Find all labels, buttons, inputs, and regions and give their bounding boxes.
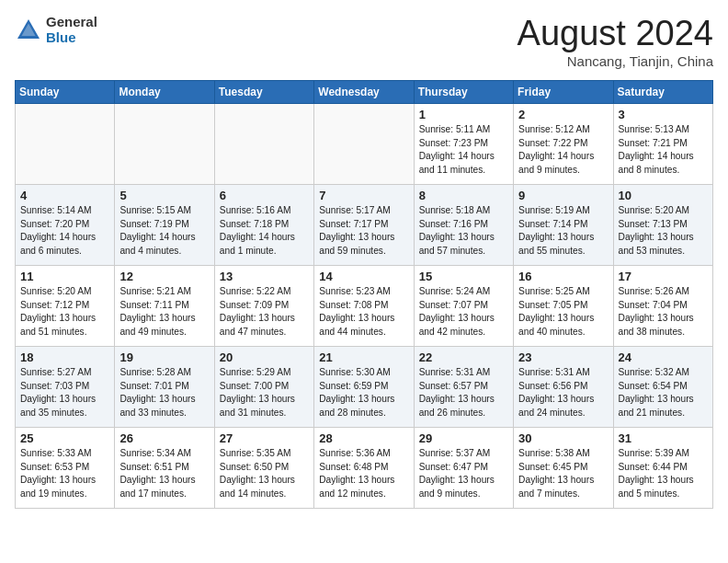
day-number: 7 [319, 189, 408, 202]
week-row-4: 25Sunrise: 5:33 AM Sunset: 6:53 PM Dayli… [16, 427, 713, 508]
cell-content: Sunrise: 5:17 AM Sunset: 7:17 PM Dayligh… [319, 204, 408, 259]
day-number: 19 [119, 350, 209, 364]
col-thursday: Thursday [414, 80, 513, 103]
cell-content: Sunrise: 5:36 AM Sunset: 6:48 PM Dayligh… [319, 447, 408, 501]
cell-content: Sunrise: 5:24 AM Sunset: 7:07 PM Dayligh… [419, 285, 508, 339]
logo-icon [15, 17, 42, 44]
cell-content: Sunrise: 5:31 AM Sunset: 6:56 PM Dayligh… [518, 366, 608, 420]
day-number: 28 [319, 431, 408, 445]
calendar-cell: 2Sunrise: 5:12 AM Sunset: 7:22 PM Daylig… [514, 103, 613, 184]
cell-content: Sunrise: 5:22 AM Sunset: 7:09 PM Dayligh… [220, 285, 309, 339]
calendar-cell: 1Sunrise: 5:11 AM Sunset: 7:23 PM Daylig… [414, 103, 513, 184]
calendar-cell: 25Sunrise: 5:33 AM Sunset: 6:53 PM Dayli… [16, 427, 115, 508]
calendar-cell [16, 103, 115, 184]
cell-content: Sunrise: 5:29 AM Sunset: 7:00 PM Dayligh… [220, 366, 309, 420]
day-number: 14 [319, 270, 408, 283]
calendar-cell: 31Sunrise: 5:39 AM Sunset: 6:44 PM Dayli… [613, 427, 712, 508]
logo-blue: Blue [46, 30, 97, 46]
day-number: 1 [419, 108, 508, 121]
day-number: 17 [619, 270, 708, 283]
cell-content: Sunrise: 5:39 AM Sunset: 6:44 PM Dayligh… [619, 447, 708, 501]
location: Nancang, Tianjin, China [518, 53, 713, 69]
cell-content: Sunrise: 5:35 AM Sunset: 6:50 PM Dayligh… [220, 447, 309, 501]
cell-content: Sunrise: 5:28 AM Sunset: 7:01 PM Dayligh… [119, 366, 209, 420]
calendar-cell [214, 103, 313, 184]
calendar-table: Sunday Monday Tuesday Wednesday Thursday… [15, 80, 713, 509]
cell-content: Sunrise: 5:38 AM Sunset: 6:45 PM Dayligh… [518, 447, 608, 501]
week-row-2: 11Sunrise: 5:20 AM Sunset: 7:12 PM Dayli… [16, 265, 713, 346]
calendar-cell: 4Sunrise: 5:14 AM Sunset: 7:20 PM Daylig… [16, 184, 115, 265]
day-number: 12 [119, 270, 209, 283]
cell-content: Sunrise: 5:21 AM Sunset: 7:11 PM Dayligh… [119, 285, 209, 339]
calendar-cell: 16Sunrise: 5:25 AM Sunset: 7:05 PM Dayli… [514, 265, 613, 346]
day-number: 4 [20, 189, 109, 202]
day-number: 2 [518, 108, 608, 121]
day-number: 20 [220, 350, 309, 364]
calendar-cell: 29Sunrise: 5:37 AM Sunset: 6:47 PM Dayli… [414, 427, 513, 508]
calendar-cell: 14Sunrise: 5:23 AM Sunset: 7:08 PM Dayli… [314, 265, 414, 346]
calendar-cell: 8Sunrise: 5:18 AM Sunset: 7:16 PM Daylig… [414, 184, 513, 265]
calendar-cell: 26Sunrise: 5:34 AM Sunset: 6:51 PM Dayli… [115, 427, 214, 508]
calendar-cell: 20Sunrise: 5:29 AM Sunset: 7:00 PM Dayli… [214, 346, 313, 427]
calendar-cell: 22Sunrise: 5:31 AM Sunset: 6:57 PM Dayli… [414, 346, 513, 427]
calendar-cell: 27Sunrise: 5:35 AM Sunset: 6:50 PM Dayli… [214, 427, 313, 508]
day-number: 21 [319, 350, 408, 364]
col-monday: Monday [115, 80, 214, 103]
calendar-cell: 15Sunrise: 5:24 AM Sunset: 7:07 PM Dayli… [414, 265, 513, 346]
day-number: 23 [518, 350, 608, 364]
calendar-cell: 13Sunrise: 5:22 AM Sunset: 7:09 PM Dayli… [214, 265, 313, 346]
day-number: 26 [119, 431, 209, 445]
col-wednesday: Wednesday [314, 80, 414, 103]
day-number: 15 [419, 270, 508, 283]
day-number: 13 [220, 270, 309, 283]
calendar-cell: 18Sunrise: 5:27 AM Sunset: 7:03 PM Dayli… [16, 346, 115, 427]
cell-content: Sunrise: 5:11 AM Sunset: 7:23 PM Dayligh… [419, 123, 508, 178]
col-friday: Friday [514, 80, 613, 103]
cell-content: Sunrise: 5:37 AM Sunset: 6:47 PM Dayligh… [419, 447, 508, 501]
calendar-cell: 24Sunrise: 5:32 AM Sunset: 6:54 PM Dayli… [613, 346, 712, 427]
month-title: August 2024 [518, 15, 713, 53]
cell-content: Sunrise: 5:16 AM Sunset: 7:18 PM Dayligh… [220, 204, 309, 259]
calendar-cell: 6Sunrise: 5:16 AM Sunset: 7:18 PM Daylig… [214, 184, 313, 265]
day-number: 5 [119, 189, 209, 202]
calendar-cell: 9Sunrise: 5:19 AM Sunset: 7:14 PM Daylig… [514, 184, 613, 265]
logo: General Blue [15, 15, 97, 45]
calendar-cell: 21Sunrise: 5:30 AM Sunset: 6:59 PM Dayli… [314, 346, 414, 427]
week-row-3: 18Sunrise: 5:27 AM Sunset: 7:03 PM Dayli… [16, 346, 713, 427]
calendar-cell: 7Sunrise: 5:17 AM Sunset: 7:17 PM Daylig… [314, 184, 414, 265]
calendar-cell: 17Sunrise: 5:26 AM Sunset: 7:04 PM Dayli… [613, 265, 712, 346]
calendar-cell: 11Sunrise: 5:20 AM Sunset: 7:12 PM Dayli… [16, 265, 115, 346]
cell-content: Sunrise: 5:34 AM Sunset: 6:51 PM Dayligh… [119, 447, 209, 501]
col-tuesday: Tuesday [214, 80, 313, 103]
day-number: 8 [419, 189, 508, 202]
col-saturday: Saturday [613, 80, 712, 103]
header-row: Sunday Monday Tuesday Wednesday Thursday… [16, 80, 713, 103]
calendar-cell: 23Sunrise: 5:31 AM Sunset: 6:56 PM Dayli… [514, 346, 613, 427]
calendar-cell [115, 103, 214, 184]
calendar-cell: 5Sunrise: 5:15 AM Sunset: 7:19 PM Daylig… [115, 184, 214, 265]
calendar-cell: 19Sunrise: 5:28 AM Sunset: 7:01 PM Dayli… [115, 346, 214, 427]
cell-content: Sunrise: 5:32 AM Sunset: 6:54 PM Dayligh… [619, 366, 708, 420]
day-number: 24 [619, 350, 708, 364]
cell-content: Sunrise: 5:19 AM Sunset: 7:14 PM Dayligh… [518, 204, 608, 259]
day-number: 22 [419, 350, 508, 364]
calendar-cell: 30Sunrise: 5:38 AM Sunset: 6:45 PM Dayli… [514, 427, 613, 508]
calendar-cell: 3Sunrise: 5:13 AM Sunset: 7:21 PM Daylig… [613, 103, 712, 184]
cell-content: Sunrise: 5:14 AM Sunset: 7:20 PM Dayligh… [20, 204, 109, 259]
cell-content: Sunrise: 5:23 AM Sunset: 7:08 PM Dayligh… [319, 285, 408, 339]
cell-content: Sunrise: 5:27 AM Sunset: 7:03 PM Dayligh… [20, 366, 109, 420]
day-number: 27 [220, 431, 309, 445]
day-number: 11 [20, 270, 109, 283]
calendar-cell: 28Sunrise: 5:36 AM Sunset: 6:48 PM Dayli… [314, 427, 414, 508]
col-sunday: Sunday [16, 80, 115, 103]
day-number: 3 [619, 108, 708, 121]
calendar-cell [314, 103, 414, 184]
day-number: 10 [619, 189, 708, 202]
logo-general: General [46, 15, 97, 30]
cell-content: Sunrise: 5:20 AM Sunset: 7:12 PM Dayligh… [20, 285, 109, 339]
calendar-body: 1Sunrise: 5:11 AM Sunset: 7:23 PM Daylig… [16, 103, 713, 508]
cell-content: Sunrise: 5:18 AM Sunset: 7:16 PM Dayligh… [419, 204, 508, 259]
cell-content: Sunrise: 5:26 AM Sunset: 7:04 PM Dayligh… [619, 285, 708, 339]
day-number: 6 [220, 189, 309, 202]
calendar-cell: 12Sunrise: 5:21 AM Sunset: 7:11 PM Dayli… [115, 265, 214, 346]
